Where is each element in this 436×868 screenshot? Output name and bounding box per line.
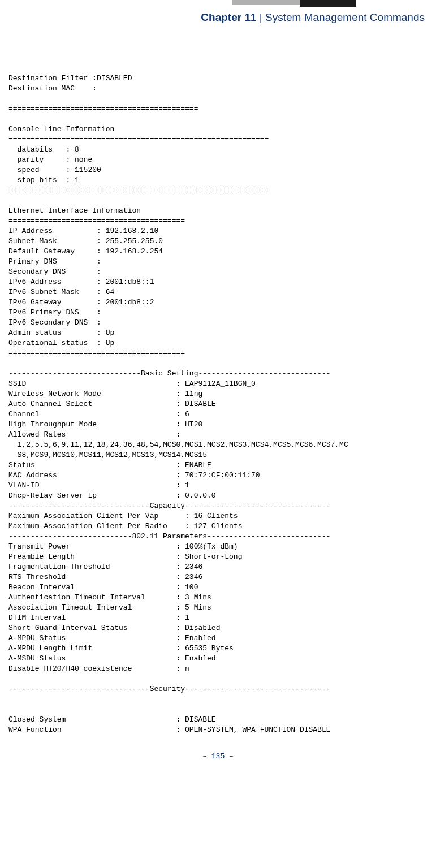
console-line: Subnet Mask : 255.255.255.0 [8, 237, 163, 245]
page-number: – 135 – [0, 735, 436, 772]
console-line: Dhcp-Relay Server Ip : 0.0.0.0 [8, 491, 216, 500]
console-line: High Throughput Mode : HT20 [8, 420, 202, 429]
console-line: A-MPDU Status : Enabled [8, 634, 216, 642]
console-line: Closed System : DISABLE [8, 715, 216, 724]
console-line: SSID : EAP9112A_11BGN_0 [8, 379, 256, 388]
console-line: parity : none [8, 156, 92, 164]
console-line: Fragmentation Threshold : 2346 [8, 563, 202, 571]
console-line: 1,2,5.5,6,9,11,12,18,24,36,48,54,MCS0,MC… [8, 441, 348, 449]
console-line: ======================================== [8, 217, 185, 225]
console-line: Default Gateway : 192.168.2.254 [8, 247, 163, 256]
console-line: IPv6 Secondary DNS : [8, 318, 101, 327]
console-line: A-MSDU Status : Enabled [8, 654, 216, 663]
console-line: Ethernet Interface Information [8, 206, 141, 215]
console-line: Maximum Association Client Per Radio : 1… [8, 522, 242, 530]
console-line: ========================================… [8, 135, 269, 144]
console-line: Authentication Timeout Interval : 3 Mins [8, 593, 211, 602]
header-divider: | [257, 11, 266, 23]
console-line: Auto Channel Select : DISABLE [8, 400, 216, 408]
console-line: Short Guard Interval Status : Disabled [8, 624, 220, 632]
console-line: Admin status : Up [8, 329, 114, 337]
console-line: Wireless Network Mode : 11ng [8, 390, 202, 398]
console-line: Association Timeout Interval : 5 Mins [8, 603, 211, 612]
console-line: ========================================… [8, 186, 269, 195]
console-line: IPv6 Gateway : 2001:db8::2 [8, 298, 154, 306]
console-line: Secondary DNS : [8, 267, 101, 276]
console-line: stop bits : 1 [8, 176, 79, 184]
console-line: Beacon Interval : 100 [8, 583, 198, 591]
console-line: Primary DNS : [8, 257, 101, 266]
chapter-number: Chapter 11 [201, 11, 256, 23]
console-line: Allowed Rates : [8, 430, 185, 439]
console-line: Maximum Association Client Per Vap : 16 … [8, 512, 238, 520]
console-line: Channel : 6 [8, 410, 189, 418]
chapter-title: System Management Commands [265, 11, 425, 23]
console-line: ----------------------------802.11 Param… [8, 532, 331, 541]
console-line: A-MPDU Length Limit : 65535 Bytes [8, 644, 234, 653]
console-line: ------------------------------Basic Sett… [8, 369, 331, 378]
console-line: IP Address : 192.168.2.10 [8, 227, 158, 235]
console-line: Destination MAC : [8, 84, 97, 93]
top-gray-bar [232, 0, 300, 5]
console-line: S8,MCS9,MCS10,MCS11,MCS12,MCS13,MCS14,MC… [8, 451, 207, 459]
console-output: Destination Filter :DISABLED Destination… [0, 24, 436, 735]
console-line: RTS Threshold : 2346 [8, 573, 202, 581]
console-line: IPv6 Address : 2001:db8::1 [8, 278, 154, 286]
page-header: Chapter 11 | System Management Commands [0, 5, 436, 24]
console-line: Console Line Information [8, 125, 114, 133]
console-line: VLAN-ID : 1 [8, 481, 189, 490]
console-line: Disable HT20/H40 coexistence : n [8, 664, 189, 673]
console-line: IPv6 Subnet Mask : 64 [8, 288, 114, 296]
console-line: speed : 115200 [8, 166, 101, 174]
console-line: ======================================== [8, 349, 185, 357]
console-line: WPA Function : OPEN-SYSTEM, WPA FUNCTION… [8, 726, 331, 734]
console-line: Operational status : Up [8, 339, 114, 347]
console-line: IPv6 Primary DNS : [8, 308, 101, 317]
console-line: MAC Address : 70:72:CF:00:11:70 [8, 471, 260, 480]
console-line: Preamble Length : Short-or-Long [8, 552, 242, 561]
console-line: --------------------------------Security… [8, 685, 331, 693]
console-line: Status : ENABLE [8, 461, 211, 469]
console-line: databits : 8 [8, 145, 79, 154]
console-line: --------------------------------Capacity… [8, 502, 331, 510]
top-dark-bar [300, 0, 356, 7]
console-line: Destination Filter :DISABLED [8, 74, 132, 83]
console-line: Transmit Power : 100%(Tx dBm) [8, 542, 238, 551]
console-line: DTIM Interval : 1 [8, 614, 189, 622]
console-line: ========================================… [8, 105, 198, 113]
